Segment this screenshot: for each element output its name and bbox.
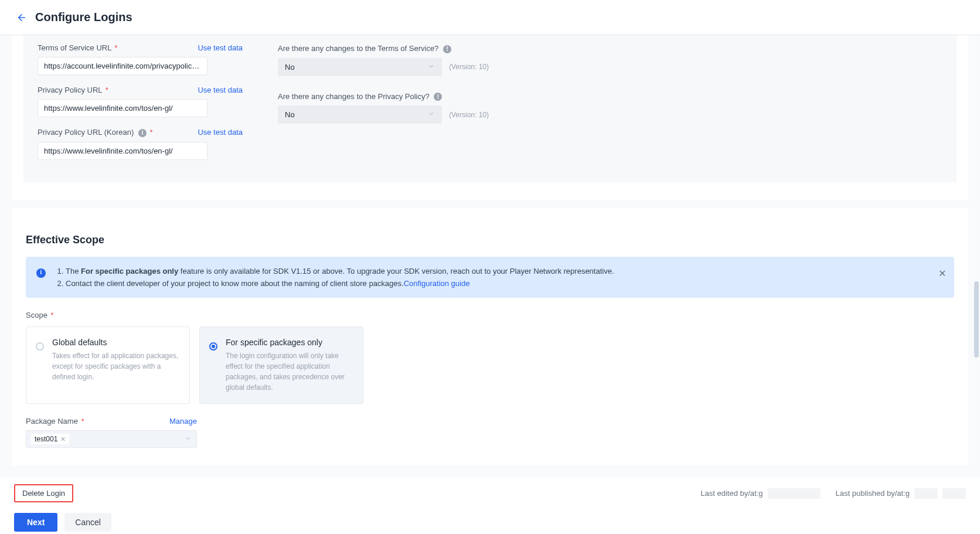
- option-desc: The login configuration will only take e…: [226, 351, 353, 393]
- redacted-value: [914, 488, 938, 499]
- chevron-down-icon: [185, 434, 192, 444]
- use-test-data-link[interactable]: Use test data: [198, 43, 243, 52]
- close-icon[interactable]: ✕: [938, 266, 946, 281]
- radio-unchecked: [36, 342, 44, 351]
- use-test-data-link[interactable]: Use test data: [198, 86, 243, 94]
- required-marker: *: [149, 128, 152, 137]
- scope-option-global[interactable]: Global defaults Takes effect for all app…: [26, 326, 190, 404]
- privacy-url-label: Privacy Policy URL *: [38, 86, 108, 94]
- left-column: Terms of Service URL * Use test data Pri…: [38, 40, 243, 171]
- info-icon[interactable]: i: [138, 129, 147, 137]
- option-title: Global defaults: [52, 338, 180, 347]
- version-text: (Version: 10): [449, 63, 489, 71]
- last-edited: Last edited by/at:g: [700, 488, 820, 499]
- redacted-value: [942, 488, 966, 499]
- info-icon[interactable]: !: [443, 45, 451, 53]
- package-name-label: Package Name *: [26, 417, 84, 426]
- notice-line-1: The For specific packages only feature i…: [66, 265, 931, 277]
- pp-changes-label: Are there any changes to the Privacy Pol…: [278, 92, 442, 101]
- scope-field-label: Scope *: [26, 311, 954, 319]
- chevron-down-icon: [428, 63, 435, 72]
- scope-option-specific[interactable]: For specific packages only The login con…: [199, 326, 363, 404]
- required-marker: *: [115, 43, 118, 52]
- scrollbar-thumb[interactable]: [974, 281, 979, 358]
- page-header: Configure Logins: [0, 0, 980, 35]
- bottom-actions: Next Cancel: [0, 509, 980, 534]
- chevron-down-icon: [428, 110, 435, 119]
- tos-changes-field: Are there any changes to the Terms of Se…: [278, 43, 501, 76]
- tag-label: test001: [35, 435, 57, 443]
- notice-line-2: Contact the client developer of your pro…: [66, 277, 931, 290]
- privacy-kr-input[interactable]: [38, 142, 207, 160]
- use-test-data-link[interactable]: Use test data: [198, 128, 243, 137]
- right-column: Are there any changes to the Terms of Se…: [278, 40, 501, 171]
- cancel-button[interactable]: Cancel: [64, 513, 111, 532]
- config-guide-link[interactable]: Configuration guide: [404, 279, 470, 288]
- next-button[interactable]: Next: [14, 513, 57, 532]
- tos-url-input[interactable]: [38, 57, 207, 75]
- page-title: Configure Logins: [35, 11, 132, 24]
- option-title: For specific packages only: [226, 338, 353, 347]
- version-text: (Version: 10): [449, 111, 489, 119]
- scope-card: Effective Scope i ✕ The For specific pac…: [12, 208, 968, 466]
- form-card: Terms of Service URL * Use test data Pri…: [12, 35, 968, 200]
- privacy-url-kr-field: Privacy Policy URL (Korean) i * Use test…: [38, 128, 243, 160]
- info-notice: i ✕ The For specific packages only featu…: [26, 257, 954, 298]
- radio-checked: [209, 342, 217, 351]
- tos-changes-label: Are there any changes to the Terms of Se…: [278, 44, 451, 53]
- privacy-kr-label: Privacy Policy URL (Korean) i *: [38, 128, 153, 137]
- tos-url-label: Terms of Service URL *: [38, 43, 118, 52]
- tos-changes-select[interactable]: No: [278, 58, 442, 76]
- back-arrow-icon[interactable]: [16, 12, 27, 23]
- privacy-url-field: Privacy Policy URL * Use test data: [38, 86, 243, 117]
- package-tag: test001 ✕: [31, 434, 69, 444]
- pp-changes-select[interactable]: No: [278, 106, 442, 124]
- scope-title: Effective Scope: [26, 220, 954, 257]
- last-published: Last published by/at:g: [836, 488, 966, 499]
- package-name-select[interactable]: test001 ✕: [26, 430, 197, 448]
- tag-remove-icon[interactable]: ✕: [60, 436, 66, 443]
- redacted-value: [768, 488, 821, 499]
- scrollbar-track: [974, 0, 979, 534]
- meta-info: Last edited by/at:g Last published by/at…: [700, 488, 966, 499]
- manage-link[interactable]: Manage: [169, 417, 197, 426]
- pp-changes-field: Are there any changes to the Privacy Pol…: [278, 91, 501, 124]
- required-marker: *: [51, 311, 54, 319]
- content-area: Terms of Service URL * Use test data Pri…: [0, 35, 980, 477]
- select-value: No: [285, 110, 295, 119]
- info-icon: i: [36, 268, 46, 278]
- footer-meta: Delete Login Last edited by/at:g Last pu…: [0, 477, 980, 509]
- info-icon[interactable]: !: [434, 93, 442, 101]
- delete-login-button[interactable]: Delete Login: [14, 484, 73, 502]
- required-marker: *: [106, 86, 108, 94]
- package-name-row: Package Name * Manage: [26, 417, 197, 426]
- required-marker: *: [81, 417, 84, 426]
- select-value: No: [285, 63, 295, 72]
- tos-url-field: Terms of Service URL * Use test data: [38, 43, 243, 75]
- url-form-section: Terms of Service URL * Use test data Pri…: [23, 35, 957, 182]
- scope-radio-group: Global defaults Takes effect for all app…: [26, 326, 954, 404]
- privacy-url-input[interactable]: [38, 99, 207, 117]
- option-desc: Takes effect for all application package…: [52, 351, 180, 382]
